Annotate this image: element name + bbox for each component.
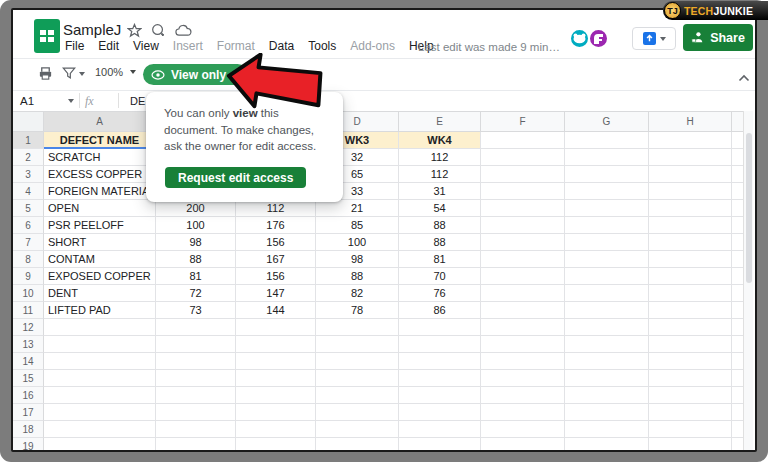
cell-C14[interactable] [236, 353, 316, 370]
cell-A3[interactable]: EXCESS COPPER [44, 166, 156, 183]
cell-B6[interactable]: 100 [156, 217, 236, 234]
menu-item-edit[interactable]: Edit [96, 38, 121, 54]
chevron-down-icon[interactable] [79, 72, 85, 76]
filter-icon[interactable] [62, 66, 76, 84]
scrollbar-thumb[interactable] [746, 133, 752, 283]
cell-F7[interactable] [481, 234, 565, 251]
cell-A19[interactable] [44, 438, 156, 452]
share-button[interactable]: Share [683, 24, 753, 51]
cell-H6[interactable] [649, 217, 732, 234]
cell-B10[interactable]: 72 [156, 285, 236, 302]
cell-G16[interactable] [565, 387, 649, 404]
row-header-2[interactable]: 2 [13, 149, 44, 166]
cell-E12[interactable] [399, 319, 481, 336]
cell-E11[interactable]: 86 [399, 302, 481, 319]
menu-item-tools[interactable]: Tools [306, 38, 338, 54]
cell-E2[interactable]: 112 [399, 149, 481, 166]
cell-F2[interactable] [481, 149, 565, 166]
star-icon[interactable] [127, 23, 142, 38]
cell-H12[interactable] [649, 319, 732, 336]
cell-H10[interactable] [649, 285, 732, 302]
row-header-18[interactable]: 18 [13, 421, 44, 438]
cell-G17[interactable] [565, 404, 649, 421]
cell-A17[interactable] [44, 404, 156, 421]
cell-E19[interactable] [399, 438, 481, 452]
col-header-F[interactable]: F [481, 111, 565, 132]
cell-G3[interactable] [565, 166, 649, 183]
cell-G14[interactable] [565, 353, 649, 370]
cell-C18[interactable] [236, 421, 316, 438]
row-header-19[interactable]: 19 [13, 438, 44, 452]
cell-F11[interactable] [481, 302, 565, 319]
cell-G11[interactable] [565, 302, 649, 319]
cell-E16[interactable] [399, 387, 481, 404]
cell-H1[interactable] [649, 132, 732, 149]
cell-F12[interactable] [481, 319, 565, 336]
cell-H13[interactable] [649, 336, 732, 353]
cell-C6[interactable]: 176 [236, 217, 316, 234]
cell-H8[interactable] [649, 251, 732, 268]
cell-H3[interactable] [649, 166, 732, 183]
cell-A7[interactable]: SHORT [44, 234, 156, 251]
cell-H11[interactable] [649, 302, 732, 319]
row-header-3[interactable]: 3 [13, 166, 44, 183]
cell-F8[interactable] [481, 251, 565, 268]
cell-D7[interactable]: 100 [316, 234, 399, 251]
cell-F6[interactable] [481, 217, 565, 234]
cell-A4[interactable]: FOREIGN MATERIAL [44, 183, 156, 200]
cell-B12[interactable] [156, 319, 236, 336]
cell-D13[interactable] [316, 336, 399, 353]
cell-G15[interactable] [565, 370, 649, 387]
cell-C13[interactable] [236, 336, 316, 353]
cell-F18[interactable] [481, 421, 565, 438]
cell-A8[interactable]: CONTAM [44, 251, 156, 268]
cell-F1[interactable] [481, 132, 565, 149]
cell-G12[interactable] [565, 319, 649, 336]
cell-F10[interactable] [481, 285, 565, 302]
cell-D5[interactable]: 21 [316, 200, 399, 217]
cell-F14[interactable] [481, 353, 565, 370]
menu-item-data[interactable]: Data [267, 38, 296, 54]
cell-C16[interactable] [236, 387, 316, 404]
row-header-13[interactable]: 13 [13, 336, 44, 353]
cell-A18[interactable] [44, 421, 156, 438]
cell-E1[interactable]: WK4 [399, 132, 481, 149]
cell-C5[interactable]: 112 [236, 200, 316, 217]
row-header-12[interactable]: 12 [13, 319, 44, 336]
cell-B8[interactable]: 88 [156, 251, 236, 268]
vertical-scrollbar[interactable] [743, 111, 753, 450]
cell-F3[interactable] [481, 166, 565, 183]
cell-E5[interactable]: 54 [399, 200, 481, 217]
viewer-avatar-hippo[interactable] [569, 28, 590, 49]
cell-A12[interactable] [44, 319, 156, 336]
cell-G1[interactable] [565, 132, 649, 149]
row-header-6[interactable]: 6 [13, 217, 44, 234]
cloud-status-icon[interactable] [175, 23, 192, 38]
last-edit-status[interactable]: Last edit was made 9 min… [418, 41, 560, 53]
col-header-G[interactable]: G [565, 111, 649, 132]
cell-B9[interactable]: 81 [156, 268, 236, 285]
cell-D8[interactable]: 98 [316, 251, 399, 268]
menu-item-file[interactable]: File [63, 38, 86, 54]
print-icon[interactable] [38, 66, 53, 85]
cell-E3[interactable]: 112 [399, 166, 481, 183]
cell-B15[interactable] [156, 370, 236, 387]
viewer-avatar-dino[interactable] [588, 28, 609, 49]
row-header-15[interactable]: 15 [13, 370, 44, 387]
cell-B16[interactable] [156, 387, 236, 404]
cell-C10[interactable]: 147 [236, 285, 316, 302]
cell-D11[interactable]: 78 [316, 302, 399, 319]
cell-F4[interactable] [481, 183, 565, 200]
cell-C8[interactable]: 167 [236, 251, 316, 268]
cell-F15[interactable] [481, 370, 565, 387]
menu-item-view[interactable]: View [131, 38, 161, 54]
cell-G6[interactable] [565, 217, 649, 234]
cell-B5[interactable]: 200 [156, 200, 236, 217]
cell-A10[interactable]: DENT [44, 285, 156, 302]
row-header-14[interactable]: 14 [13, 353, 44, 370]
row-header-4[interactable]: 4 [13, 183, 44, 200]
cell-G8[interactable] [565, 251, 649, 268]
cell-C15[interactable] [236, 370, 316, 387]
cell-E9[interactable]: 70 [399, 268, 481, 285]
cell-F9[interactable] [481, 268, 565, 285]
